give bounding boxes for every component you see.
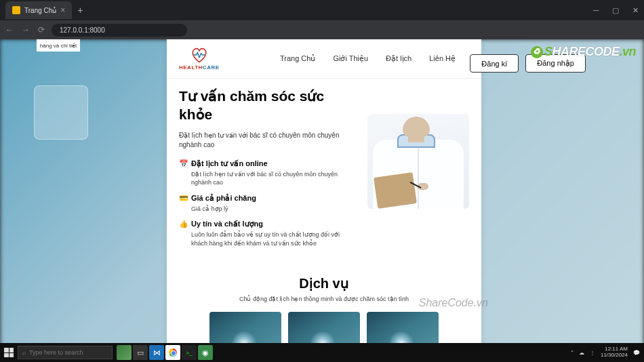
taskbar-app-5[interactable]: ◉ xyxy=(198,345,213,360)
taskbar-chrome[interactable] xyxy=(165,345,180,360)
nav-home[interactable]: Trang Chủ xyxy=(280,54,315,63)
logo-text-2: CARE xyxy=(203,64,220,71)
site-header: HEALTHCARE Trang Chủ Giới Thiệu Đặt lịch… xyxy=(167,39,481,79)
tab-close-icon[interactable]: × xyxy=(60,5,65,15)
recycle-icon xyxy=(531,46,543,58)
hero-subtitle: Đặt lịch hẹn tư vấn với bác sĩ có chuyên… xyxy=(179,131,354,150)
page-viewport: hàng và chi tiết HEALTHCARE Trang Chủ Gi… xyxy=(0,39,644,362)
nav-arrows: ← → ⟳ xyxy=(5,25,45,35)
browser-titlebar: Trang Chủ × + ─ ▢ ✕ xyxy=(0,0,644,20)
clock[interactable]: 12:11 AM 11/30/2024 xyxy=(601,346,628,359)
feature-1: 📅 Đặt lịch tư vấn online Đặt lịch hẹn tư… xyxy=(179,159,354,187)
windows-taskbar: ⌕ ▭ ⋈ >_ ◉ ˄ ☁ ⋮ 12:11 AM 11/30/2024 💬 xyxy=(0,343,644,362)
wm-g: S xyxy=(544,45,552,58)
feature-2: 💳 Giá cả phải chăng Giá cả hợp lý xyxy=(179,194,354,214)
doctor-image xyxy=(367,114,469,209)
feature-1-title: Đặt lịch tư vấn online xyxy=(191,159,268,168)
wm-rest: HARECODE xyxy=(552,45,619,58)
feature-1-desc: Đặt lịch hẹn tư vấn với bác sĩ có chuyên… xyxy=(191,170,354,187)
back-button[interactable]: ← xyxy=(5,25,14,35)
feature-2-desc: Giá cả hợp lý xyxy=(191,205,354,214)
nav-booking[interactable]: Đặt lịch xyxy=(386,54,411,63)
minimize-button[interactable]: ─ xyxy=(593,6,599,15)
feature-3: 👍 Uy tín và chất lượng Luôn luôn đảm bảo… xyxy=(179,220,354,247)
address-bar-row: ← → ⟳ 127.0.0.1:8000 xyxy=(0,20,644,39)
partial-card: hàng và chi tiết xyxy=(37,39,80,52)
tray-cloud-icon[interactable]: ☁ xyxy=(579,350,584,356)
window-controls: ─ ▢ ✕ xyxy=(593,6,639,15)
main-navigation: Trang Chủ Giới Thiệu Đặt lịch Liên Hệ xyxy=(280,54,456,63)
clock-date: 11/30/2024 xyxy=(601,353,628,359)
feature-3-desc: Luôn luôn đảm bảo về sự uy tín và chất l… xyxy=(191,230,354,247)
url-input[interactable]: 127.0.0.1:8000 xyxy=(52,24,187,37)
nav-about[interactable]: Giới Thiệu xyxy=(333,54,368,63)
bg-card xyxy=(34,85,88,140)
calendar-icon: 📅 xyxy=(179,159,187,168)
nav-contact[interactable]: Liên Hệ xyxy=(429,54,456,63)
feature-2-title: Giá cả phải chăng xyxy=(191,194,256,203)
tab-favicon xyxy=(12,6,20,14)
close-window-button[interactable]: ✕ xyxy=(632,6,639,15)
forward-button[interactable]: → xyxy=(22,25,30,35)
reload-button[interactable]: ⟳ xyxy=(38,25,45,35)
hero-section: Tư vấn chăm sóc sức khỏe Đặt lịch hẹn tư… xyxy=(167,79,481,268)
taskbar-terminal[interactable]: >_ xyxy=(182,345,197,360)
browser-tab[interactable]: Trang Chủ × xyxy=(5,1,72,19)
feature-3-title: Uy tín và chất lượng xyxy=(191,220,263,228)
taskbar-app-2[interactable]: ▭ xyxy=(133,345,148,360)
money-icon: 💳 xyxy=(179,194,187,203)
logo-text-1: HEALTH xyxy=(179,64,203,71)
taskbar-vscode[interactable]: ⋈ xyxy=(149,345,164,360)
taskbar-app-1[interactable] xyxy=(117,345,132,360)
tray-chevron-icon[interactable]: ˄ xyxy=(571,350,573,356)
hero-right xyxy=(367,87,469,255)
tray-wifi-icon[interactable]: ⋮ xyxy=(590,350,595,356)
site-logo[interactable]: HEALTHCARE xyxy=(179,47,220,71)
taskbar-apps: ▭ ⋈ >_ ◉ xyxy=(117,345,213,360)
wm-ext: .vn xyxy=(619,45,636,58)
maximize-button[interactable]: ▢ xyxy=(612,6,619,15)
search-icon: ⌕ xyxy=(22,349,26,356)
services-title: Dịch vụ xyxy=(179,275,469,291)
heart-logo-icon xyxy=(190,47,209,63)
hero-title: Tư vấn chăm sóc sức khỏe xyxy=(179,87,354,124)
start-button[interactable] xyxy=(4,348,14,357)
hero-left: Tư vấn chăm sóc sức khỏe Đặt lịch hẹn tư… xyxy=(179,87,354,255)
watermark-mid: ShareCode.vn xyxy=(419,297,488,309)
tab-title: Trang Chủ xyxy=(24,7,56,14)
taskbar-search[interactable]: ⌕ xyxy=(18,346,113,359)
main-content-card: HEALTHCARE Trang Chủ Giới Thiệu Đặt lịch… xyxy=(167,39,481,362)
register-button[interactable]: Đăng kí xyxy=(470,54,519,73)
watermark-logo: SHARECODE.vn xyxy=(531,45,636,59)
new-tab-button[interactable]: + xyxy=(77,5,83,16)
system-tray: ˄ ☁ ⋮ 12:11 AM 11/30/2024 💬 xyxy=(571,346,640,359)
notifications-icon[interactable]: 💬 xyxy=(633,350,640,356)
thumbs-up-icon: 👍 xyxy=(179,220,187,228)
taskbar-search-input[interactable] xyxy=(29,349,108,356)
